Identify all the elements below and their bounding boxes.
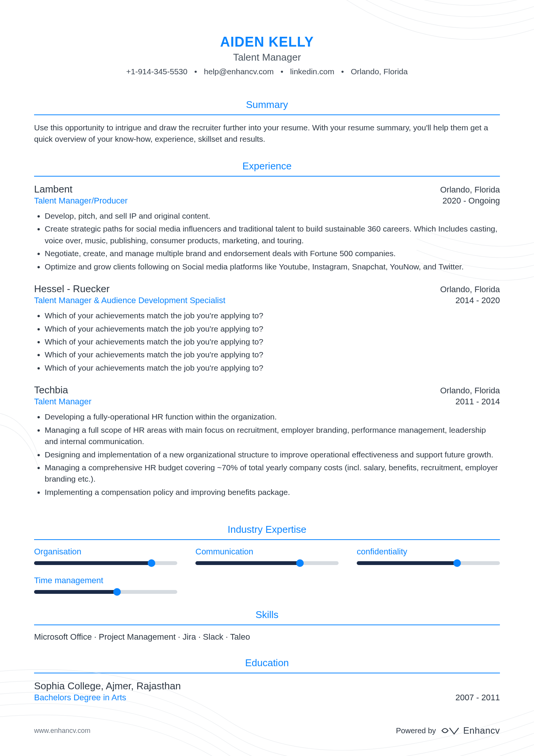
expertise-grid: OrganisationCommunicationconfidentiality… (34, 547, 500, 594)
education-list: Sophia College, Ajmer, RajasthanBachelor… (34, 680, 500, 703)
job-bullet: Which of your achievements match the job… (45, 310, 500, 321)
job-dates: 2014 - 2020 (456, 296, 500, 305)
job-dates: 2011 - 2014 (456, 397, 500, 407)
job-role: Talent Manager/Producer (34, 196, 128, 206)
expertise-item: confidentiality (357, 547, 500, 565)
separator-dot-icon: • (341, 67, 344, 76)
job-header-row: Hessel - RueckerOrlando, Florida (34, 283, 500, 295)
skills-line: Microsoft Office · Project Management · … (34, 632, 500, 642)
job-location: Orlando, Florida (440, 285, 500, 294)
expertise-bar (34, 561, 177, 565)
job-bullet: Which of your achievements match the job… (45, 349, 500, 360)
job-bullets: Developing a fully-operational HR functi… (34, 411, 500, 498)
job-header-row: LambentOrlando, Florida (34, 183, 500, 195)
separator-dot-icon: • (194, 67, 197, 76)
job-bullet: Managing a full scope of HR areas with m… (45, 424, 500, 448)
powered-by: Powered by Enhancv (396, 725, 500, 736)
job-entry: Hessel - RueckerOrlando, FloridaTalent M… (34, 283, 500, 374)
expertise-item: Time management (34, 576, 177, 594)
summary-heading: Summary (34, 99, 500, 115)
brand-logo[interactable]: Enhancv (441, 725, 500, 736)
powered-by-label: Powered by (396, 726, 436, 735)
job-bullets: Which of your achievements match the job… (34, 310, 500, 374)
enhancv-logo-icon (441, 726, 460, 736)
job-dates: 2020 - Ongoing (442, 196, 500, 206)
expertise-bar (34, 590, 177, 594)
experience-section: Experience LambentOrlando, FloridaTalent… (34, 160, 500, 509)
job-bullet: Negotiate, create, and manage multiple b… (45, 248, 500, 259)
expertise-item: Communication (195, 547, 339, 565)
job-bullet: Optimize and grow clients following on S… (45, 261, 500, 272)
job-bullet: Designing and implementation of a new or… (45, 449, 500, 460)
job-company: Hessel - Ruecker (34, 283, 109, 295)
expertise-label: Time management (34, 576, 177, 585)
job-subheader-row: Talent Manager2011 - 2014 (34, 396, 500, 407)
contact-phone: +1-914-345-5530 (126, 67, 187, 76)
resume-page: AIDEN KELLY Talent Manager +1-914-345-55… (0, 0, 534, 756)
job-bullet: Create strategic paths for social media … (45, 223, 500, 246)
expertise-bar-fill (357, 561, 457, 565)
job-bullet: Develop, pitch, and sell IP and original… (45, 210, 500, 222)
footer-url[interactable]: www.enhancv.com (34, 727, 91, 735)
person-title: Talent Manager (34, 52, 500, 63)
expertise-bar-fill (195, 561, 300, 565)
education-degree: Bachelors Degree in Arts (34, 693, 181, 703)
expertise-bar-knob (453, 559, 461, 567)
contact-location: Orlando, Florida (351, 67, 408, 76)
job-subheader-row: Talent Manager & Audience Development Sp… (34, 295, 500, 305)
resume-header: AIDEN KELLY Talent Manager +1-914-345-55… (34, 34, 500, 76)
job-bullet: Developing a fully-operational HR functi… (45, 411, 500, 423)
education-left: Sophia College, Ajmer, RajasthanBachelor… (34, 680, 181, 703)
contact-linkedin[interactable]: linkedin.com (290, 67, 334, 76)
brand-name: Enhancv (463, 725, 500, 736)
job-entry: LambentOrlando, FloridaTalent Manager/Pr… (34, 183, 500, 272)
job-bullets: Develop, pitch, and sell IP and original… (34, 210, 500, 272)
expertise-bar-knob (113, 588, 121, 596)
education-section: Education Sophia College, Ajmer, Rajasth… (34, 657, 500, 703)
expertise-label: confidentiality (357, 547, 500, 557)
education-school: Sophia College, Ajmer, Rajasthan (34, 680, 181, 692)
experience-heading: Experience (34, 160, 500, 177)
job-company: Techbia (34, 384, 68, 396)
expertise-label: Organisation (34, 547, 177, 557)
expertise-bar-knob (296, 559, 304, 567)
job-bullet: Which of your achievements match the job… (45, 336, 500, 347)
job-company: Lambent (34, 183, 72, 195)
contact-email[interactable]: help@enhancv.com (204, 67, 273, 76)
education-heading: Education (34, 657, 500, 673)
summary-text: Use this opportunity to intrigue and dra… (34, 122, 500, 145)
job-role: Talent Manager (34, 397, 92, 407)
separator-dot-icon: • (281, 67, 283, 76)
education-header-row: Sophia College, Ajmer, RajasthanBachelor… (34, 680, 500, 703)
job-entry: TechbiaOrlando, FloridaTalent Manager201… (34, 384, 500, 498)
skills-heading: Skills (34, 609, 500, 625)
job-bullet: Implementing a compensation policy and i… (45, 487, 500, 498)
job-subheader-row: Talent Manager/Producer2020 - Ongoing (34, 195, 500, 206)
contact-row: +1-914-345-5530 • help@enhancv.com • lin… (34, 67, 500, 76)
expertise-label: Communication (195, 547, 339, 557)
expertise-bar (195, 561, 339, 565)
jobs-list: LambentOrlando, FloridaTalent Manager/Pr… (34, 183, 500, 498)
job-header-row: TechbiaOrlando, Florida (34, 384, 500, 396)
expertise-item: Organisation (34, 547, 177, 565)
expertise-bar (357, 561, 500, 565)
skills-section: Skills Microsoft Office · Project Manage… (34, 609, 500, 642)
person-name: AIDEN KELLY (34, 34, 500, 50)
job-location: Orlando, Florida (440, 185, 500, 195)
expertise-bar-fill (34, 561, 151, 565)
job-role: Talent Manager & Audience Development Sp… (34, 296, 225, 305)
expertise-section: Industry Expertise OrganisationCommunica… (34, 524, 500, 594)
education-entry: Sophia College, Ajmer, RajasthanBachelor… (34, 680, 500, 703)
expertise-bar-fill (34, 590, 117, 594)
page-footer: www.enhancv.com Powered by Enhancv (34, 703, 500, 736)
job-bullet: Which of your achievements match the job… (45, 323, 500, 335)
expertise-bar-knob (148, 559, 155, 567)
job-bullet: Which of your achievements match the job… (45, 362, 500, 374)
expertise-heading: Industry Expertise (34, 524, 500, 540)
education-dates: 2007 - 2011 (456, 693, 500, 703)
job-bullet: Managing a comprehensive HR budget cover… (45, 462, 500, 485)
summary-section: Summary Use this opportunity to intrigue… (34, 99, 500, 145)
job-location: Orlando, Florida (440, 386, 500, 396)
